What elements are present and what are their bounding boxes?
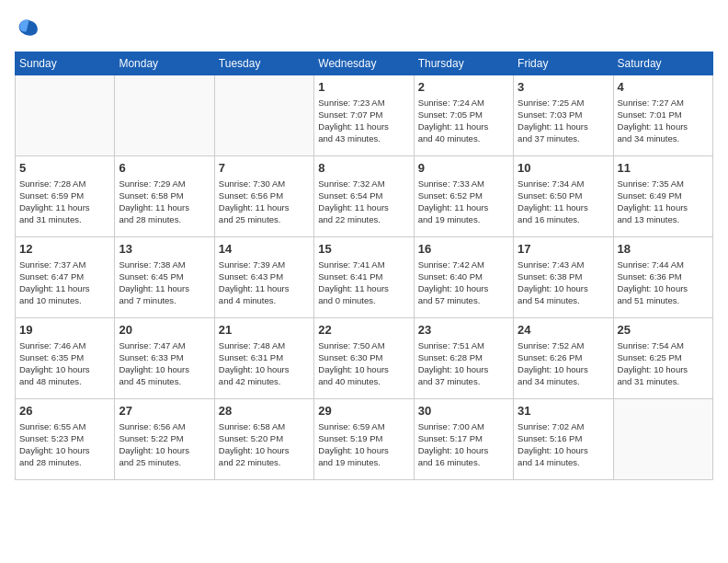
day-info: Sunrise: 7:37 AM Sunset: 6:47 PM Dayligh… xyxy=(19,259,110,306)
day-cell: 25Sunrise: 7:54 AM Sunset: 6:25 PM Dayli… xyxy=(613,318,712,399)
day-cell xyxy=(16,75,115,156)
col-header-sunday: Sunday xyxy=(16,52,115,75)
day-number: 2 xyxy=(418,79,509,96)
week-row-5: 26Sunrise: 6:55 AM Sunset: 5:23 PM Dayli… xyxy=(16,399,713,480)
day-number: 20 xyxy=(119,322,210,339)
day-info: Sunrise: 6:58 AM Sunset: 5:20 PM Dayligh… xyxy=(219,421,310,468)
day-number: 7 xyxy=(219,160,310,177)
day-cell: 26Sunrise: 6:55 AM Sunset: 5:23 PM Dayli… xyxy=(16,399,115,480)
day-cell xyxy=(214,75,313,156)
day-cell: 3Sunrise: 7:25 AM Sunset: 7:03 PM Daylig… xyxy=(514,75,613,156)
day-number: 1 xyxy=(318,79,409,96)
logo-icon xyxy=(15,15,40,40)
day-cell: 11Sunrise: 7:35 AM Sunset: 6:49 PM Dayli… xyxy=(613,156,712,237)
day-cell: 1Sunrise: 7:23 AM Sunset: 7:07 PM Daylig… xyxy=(314,75,414,156)
day-number: 26 xyxy=(19,403,110,419)
day-cell: 10Sunrise: 7:34 AM Sunset: 6:50 PM Dayli… xyxy=(514,156,613,237)
day-number: 14 xyxy=(219,241,310,258)
day-cell: 29Sunrise: 6:59 AM Sunset: 5:19 PM Dayli… xyxy=(314,399,414,480)
day-info: Sunrise: 7:30 AM Sunset: 6:56 PM Dayligh… xyxy=(219,178,310,225)
day-info: Sunrise: 7:52 AM Sunset: 6:26 PM Dayligh… xyxy=(518,340,609,387)
day-info: Sunrise: 7:24 AM Sunset: 7:05 PM Dayligh… xyxy=(418,98,509,144)
day-info: Sunrise: 7:44 AM Sunset: 6:36 PM Dayligh… xyxy=(618,259,709,306)
day-info: Sunrise: 7:27 AM Sunset: 7:01 PM Dayligh… xyxy=(618,98,709,144)
day-cell: 30Sunrise: 7:00 AM Sunset: 5:17 PM Dayli… xyxy=(414,399,513,480)
day-info: Sunrise: 7:46 AM Sunset: 6:35 PM Dayligh… xyxy=(19,340,110,387)
day-info: Sunrise: 7:02 AM Sunset: 5:16 PM Dayligh… xyxy=(518,421,609,468)
day-cell: 15Sunrise: 7:41 AM Sunset: 6:41 PM Dayli… xyxy=(314,237,414,318)
day-info: Sunrise: 6:59 AM Sunset: 5:19 PM Dayligh… xyxy=(318,421,409,468)
week-row-1: 1Sunrise: 7:23 AM Sunset: 7:07 PM Daylig… xyxy=(16,75,713,156)
day-info: Sunrise: 7:51 AM Sunset: 6:28 PM Dayligh… xyxy=(418,340,509,387)
day-cell: 12Sunrise: 7:37 AM Sunset: 6:47 PM Dayli… xyxy=(16,237,115,318)
day-cell: 20Sunrise: 7:47 AM Sunset: 6:33 PM Dayli… xyxy=(115,318,214,399)
day-info: Sunrise: 7:50 AM Sunset: 6:30 PM Dayligh… xyxy=(318,340,409,387)
day-number: 9 xyxy=(418,160,509,177)
col-header-saturday: Saturday xyxy=(613,52,712,75)
day-number: 15 xyxy=(318,241,409,258)
day-cell: 17Sunrise: 7:43 AM Sunset: 6:38 PM Dayli… xyxy=(514,237,613,318)
day-number: 11 xyxy=(618,160,709,177)
day-cell: 16Sunrise: 7:42 AM Sunset: 6:40 PM Dayli… xyxy=(414,237,513,318)
day-info: Sunrise: 7:29 AM Sunset: 6:58 PM Dayligh… xyxy=(119,178,210,225)
day-info: Sunrise: 7:47 AM Sunset: 6:33 PM Dayligh… xyxy=(119,340,210,387)
col-header-monday: Monday xyxy=(115,52,214,75)
day-number: 23 xyxy=(418,322,509,339)
day-number: 25 xyxy=(618,322,709,339)
day-number: 29 xyxy=(318,403,409,419)
day-number: 10 xyxy=(518,160,609,177)
day-info: Sunrise: 7:39 AM Sunset: 6:43 PM Dayligh… xyxy=(219,259,310,306)
day-number: 28 xyxy=(219,403,310,419)
day-cell: 22Sunrise: 7:50 AM Sunset: 6:30 PM Dayli… xyxy=(314,318,414,399)
col-header-thursday: Thursday xyxy=(414,52,513,75)
day-number: 5 xyxy=(19,160,110,177)
day-info: Sunrise: 7:00 AM Sunset: 5:17 PM Dayligh… xyxy=(418,421,509,468)
day-info: Sunrise: 7:33 AM Sunset: 6:52 PM Dayligh… xyxy=(418,178,509,225)
calendar-header-row: SundayMondayTuesdayWednesdayThursdayFrid… xyxy=(16,52,713,75)
day-cell: 14Sunrise: 7:39 AM Sunset: 6:43 PM Dayli… xyxy=(214,237,313,318)
day-info: Sunrise: 7:48 AM Sunset: 6:31 PM Dayligh… xyxy=(219,340,310,387)
col-header-friday: Friday xyxy=(514,52,613,75)
day-cell xyxy=(115,75,214,156)
day-number: 17 xyxy=(518,241,609,258)
day-info: Sunrise: 7:42 AM Sunset: 6:40 PM Dayligh… xyxy=(418,259,509,306)
day-info: Sunrise: 7:28 AM Sunset: 6:59 PM Dayligh… xyxy=(19,178,110,225)
day-cell: 6Sunrise: 7:29 AM Sunset: 6:58 PM Daylig… xyxy=(115,156,214,237)
day-number: 21 xyxy=(219,322,310,339)
day-number: 3 xyxy=(518,79,609,96)
day-number: 24 xyxy=(518,322,609,339)
day-cell: 8Sunrise: 7:32 AM Sunset: 6:54 PM Daylig… xyxy=(314,156,414,237)
day-cell: 2Sunrise: 7:24 AM Sunset: 7:05 PM Daylig… xyxy=(414,75,513,156)
day-cell: 7Sunrise: 7:30 AM Sunset: 6:56 PM Daylig… xyxy=(214,156,313,237)
day-number: 12 xyxy=(19,241,110,258)
logo xyxy=(15,15,44,40)
day-number: 30 xyxy=(418,403,509,419)
day-cell: 4Sunrise: 7:27 AM Sunset: 7:01 PM Daylig… xyxy=(613,75,712,156)
col-header-tuesday: Tuesday xyxy=(214,52,313,75)
day-cell: 5Sunrise: 7:28 AM Sunset: 6:59 PM Daylig… xyxy=(16,156,115,237)
day-cell: 27Sunrise: 6:56 AM Sunset: 5:22 PM Dayli… xyxy=(115,399,214,480)
day-info: Sunrise: 7:38 AM Sunset: 6:45 PM Dayligh… xyxy=(119,259,210,306)
day-cell: 24Sunrise: 7:52 AM Sunset: 6:26 PM Dayli… xyxy=(514,318,613,399)
day-info: Sunrise: 7:25 AM Sunset: 7:03 PM Dayligh… xyxy=(518,98,609,144)
day-number: 27 xyxy=(119,403,210,419)
day-cell: 19Sunrise: 7:46 AM Sunset: 6:35 PM Dayli… xyxy=(16,318,115,399)
day-number: 8 xyxy=(318,160,409,177)
day-info: Sunrise: 7:43 AM Sunset: 6:38 PM Dayligh… xyxy=(518,259,609,306)
day-number: 31 xyxy=(518,403,609,419)
day-info: Sunrise: 7:41 AM Sunset: 6:41 PM Dayligh… xyxy=(318,259,409,306)
calendar-table: SundayMondayTuesdayWednesdayThursdayFrid… xyxy=(15,52,713,480)
day-cell: 21Sunrise: 7:48 AM Sunset: 6:31 PM Dayli… xyxy=(214,318,313,399)
day-cell: 18Sunrise: 7:44 AM Sunset: 6:36 PM Dayli… xyxy=(613,237,712,318)
day-info: Sunrise: 7:35 AM Sunset: 6:49 PM Dayligh… xyxy=(618,178,709,225)
day-number: 18 xyxy=(618,241,709,258)
day-info: Sunrise: 7:32 AM Sunset: 6:54 PM Dayligh… xyxy=(318,178,409,225)
day-cell xyxy=(613,399,712,480)
week-row-3: 12Sunrise: 7:37 AM Sunset: 6:47 PM Dayli… xyxy=(16,237,713,318)
day-cell: 13Sunrise: 7:38 AM Sunset: 6:45 PM Dayli… xyxy=(115,237,214,318)
day-number: 4 xyxy=(618,79,709,96)
day-number: 19 xyxy=(19,322,110,339)
page-header xyxy=(15,15,713,40)
day-cell: 23Sunrise: 7:51 AM Sunset: 6:28 PM Dayli… xyxy=(414,318,513,399)
day-number: 6 xyxy=(119,160,210,177)
